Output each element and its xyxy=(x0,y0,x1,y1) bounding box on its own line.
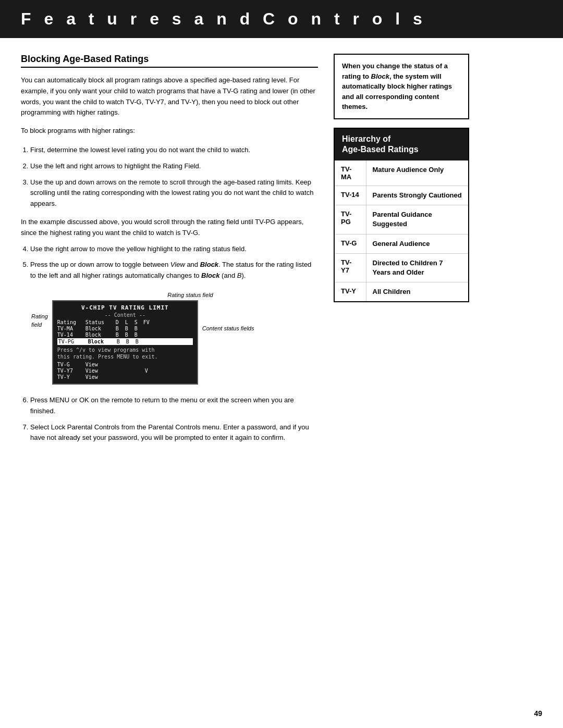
right-column: When you change the status of a rating t… xyxy=(334,54,469,451)
col-rating-header: Rating xyxy=(57,319,83,325)
hierarchy-row-tv14: TV-14 Parents Strongly Cautioned xyxy=(335,186,468,205)
hierarchy-desc-tvy: All Children xyxy=(366,282,468,302)
diagram-label-top: Rating status field xyxy=(63,292,318,298)
hierarchy-title-2: Age-Based Ratings xyxy=(342,144,461,155)
block-prompt: To block programs with higher ratings: xyxy=(21,126,318,137)
hierarchy-title-1: Hierarchy of xyxy=(342,134,461,145)
hierarchy-row-tvg: TV-G General Audience xyxy=(335,234,468,253)
col-d-header: D xyxy=(114,319,121,325)
step-6: Press MENU or OK on the remote to return… xyxy=(30,395,318,417)
screen-row-tvy: TV-Y View xyxy=(57,374,193,380)
step-4: Use the right arrow to move the yellow h… xyxy=(30,244,318,255)
diagram-side-labels: Rating field xyxy=(31,313,48,329)
left-column: Blocking Age-Based Ratings You can autom… xyxy=(21,54,318,451)
steps-list-3: Press MENU or OK on the remote to return… xyxy=(21,395,318,443)
step-1: First, determine the lowest level rating… xyxy=(30,145,318,156)
screen-sub: -- Content -- xyxy=(57,312,193,318)
hierarchy-desc-tvpg: Parental Guidance Suggested xyxy=(366,205,468,234)
page-content: Blocking Age-Based Ratings You can autom… xyxy=(0,54,563,451)
vchip-diagram: Rating status field Rating field V-CHIP … xyxy=(31,292,318,385)
hierarchy-code-tvg: TV-G xyxy=(335,234,366,253)
hierarchy-row-tvma: TV-MA Mature Audience Only xyxy=(335,161,468,186)
hierarchy-desc-tvy7: Directed to Children 7 Years and Older xyxy=(366,253,468,282)
screen-row-tvg: TV-G View xyxy=(57,362,193,367)
hierarchy-code-tvy7: TV-Y7 xyxy=(335,253,366,282)
steps-list-2: Use the right arrow to move the yellow h… xyxy=(21,244,318,281)
page-title: F e a t u r e s a n d C o n t r o l s xyxy=(21,9,542,29)
hierarchy-header: Hierarchy of Age-Based Ratings xyxy=(335,129,468,161)
page-header: F e a t u r e s a n d C o n t r o l s xyxy=(0,0,563,38)
screen-row-tvma: TV-MA Block B B B xyxy=(57,326,193,331)
example-text: In the example discussed above, you woul… xyxy=(21,217,318,239)
hierarchy-code-tv14: TV-14 xyxy=(335,186,366,205)
step-5: Press the up or down arrow to toggle bet… xyxy=(30,260,318,281)
hierarchy-desc-tvma: Mature Audience Only xyxy=(366,161,468,186)
hierarchy-desc-tv14: Parents Strongly Cautioned xyxy=(366,186,468,205)
col-l-header: L xyxy=(123,319,130,325)
screen-row-tvy7: TV-Y7 View V xyxy=(57,368,193,374)
hierarchy-row-tvy: TV-Y All Children xyxy=(335,282,468,302)
steps-list: First, determine the lowest level rating… xyxy=(21,145,318,209)
diagram-wrapper: Rating field V-CHIP TV RATING LIMIT -- C… xyxy=(31,300,318,385)
hierarchy-table: TV-MA Mature Audience Only TV-14 Parents… xyxy=(335,161,468,301)
col-s-header: S xyxy=(132,319,140,325)
col-status-header: Status xyxy=(85,319,112,325)
hierarchy-code-tvpg: TV-PG xyxy=(335,205,366,234)
hierarchy-row-tvpg: TV-PG Parental Guidance Suggested xyxy=(335,205,468,234)
diagram-right-label: Content status fields xyxy=(202,325,254,331)
info-box: When you change the status of a rating t… xyxy=(334,54,469,119)
rating-label-2: field xyxy=(31,321,48,328)
rating-label-1: Rating xyxy=(31,313,48,320)
diagram-screen: V-CHIP TV RATING LIMIT -- Content -- Rat… xyxy=(52,300,198,385)
section-title: Blocking Age-Based Ratings xyxy=(21,54,318,68)
page-number: 49 xyxy=(534,709,542,718)
step-2: Use the left and right arrows to highlig… xyxy=(30,161,318,172)
hierarchy-row-tvy7: TV-Y7 Directed to Children 7 Years and O… xyxy=(335,253,468,282)
screen-header-row: Rating Status D L S FV xyxy=(57,319,193,325)
info-box-text: When you change the status of a rating t… xyxy=(342,62,452,110)
hierarchy-code-tvy: TV-Y xyxy=(335,282,366,302)
screen-msg: Press ^/v to view programs withthis rati… xyxy=(57,347,193,360)
hierarchy-code-tvma: TV-MA xyxy=(335,161,366,186)
col-fv-header: FV xyxy=(142,319,151,325)
screen-row-tvpg-highlight: TV-PG Block B B B xyxy=(57,338,193,345)
step-7: Select Lock Parental Controls from the P… xyxy=(30,422,318,444)
intro-text: You can automatically block all program … xyxy=(21,75,318,118)
step-3: Use the up and down arrows on the remote… xyxy=(30,177,318,209)
hierarchy-desc-tvg: General Audience xyxy=(366,234,468,253)
hierarchy-box: Hierarchy of Age-Based Ratings TV-MA Mat… xyxy=(334,128,469,303)
screen-title: V-CHIP TV RATING LIMIT xyxy=(57,304,193,311)
screen-row-tv14: TV-14 Block B B B xyxy=(57,332,193,338)
